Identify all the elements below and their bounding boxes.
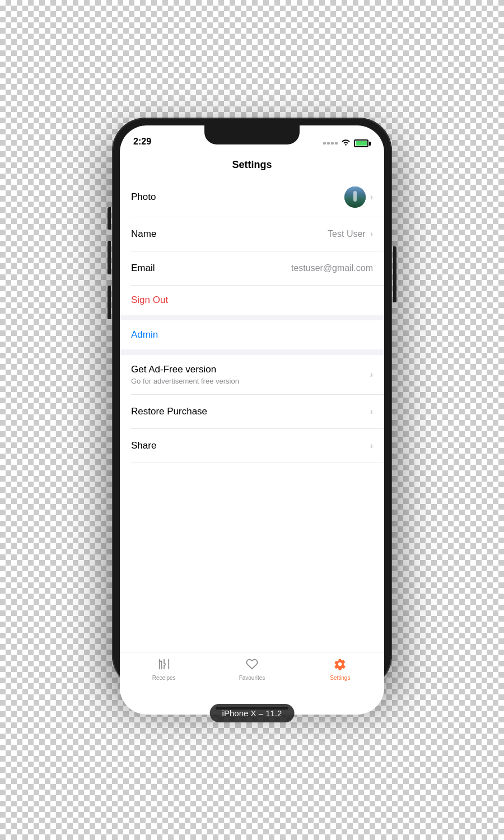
photo-chevron: › <box>370 192 373 202</box>
tab-favourites[interactable]: Favourites <box>208 658 296 681</box>
ad-free-chevron: › <box>370 370 373 380</box>
sign-out-label: Sign Out <box>131 295 168 305</box>
share-item[interactable]: Share › <box>120 429 384 463</box>
email-item[interactable]: Email testuser@gmail.com <box>120 251 384 285</box>
tab-favourites-label: Favourites <box>239 675 265 681</box>
page-title: Settings <box>232 159 272 170</box>
restore-chevron: › <box>370 407 373 417</box>
share-chevron: › <box>370 441 373 451</box>
tab-bar: Receipes Favourites Settings <box>120 652 384 701</box>
photo-item[interactable]: Photo › <box>120 178 384 217</box>
tab-receipes-icon <box>158 658 170 673</box>
sign-out-section: Sign Out <box>120 286 384 315</box>
name-value: Test User <box>328 229 366 239</box>
notch <box>204 125 300 144</box>
photo-section: Photo › <box>120 178 384 217</box>
status-time: 2:29 <box>133 137 151 148</box>
status-icons <box>323 139 371 148</box>
tab-settings-icon <box>334 658 346 673</box>
phone-screen: 2:29 <box>120 125 384 715</box>
restore-item[interactable]: Restore Purchase › <box>120 395 384 428</box>
section-divider-2 <box>120 349 384 355</box>
name-label: Name <box>131 228 156 240</box>
bottom-padding <box>120 463 384 474</box>
tab-receipes[interactable]: Receipes <box>120 658 208 681</box>
photo-label: Photo <box>131 192 156 203</box>
restore-label: Restore Purchase <box>131 406 207 417</box>
admin-label: Admin <box>131 329 158 340</box>
admin-item[interactable]: Admin <box>120 320 384 349</box>
share-label: Share <box>131 440 156 451</box>
ad-free-label: Get Ad-Free version <box>131 364 239 375</box>
tab-favourites-icon <box>246 658 258 673</box>
signal-icon <box>323 142 338 144</box>
tab-receipes-label: Receipes <box>152 675 176 681</box>
ad-free-item[interactable]: Get Ad-Free version Go for advertisement… <box>120 355 384 394</box>
email-label: Email <box>131 263 155 274</box>
photo-right: › <box>344 186 373 208</box>
ad-free-section: Get Ad-Free version Go for advertisement… <box>120 355 384 395</box>
device-label: iPhone X – 11.2 <box>210 704 295 722</box>
section-divider-1 <box>120 315 384 320</box>
name-item[interactable]: Name Test User › <box>120 217 384 251</box>
name-section: Name Test User › <box>120 217 384 251</box>
nav-bar: Settings <box>120 152 384 178</box>
tab-settings[interactable]: Settings <box>296 658 384 681</box>
ad-free-left: Get Ad-Free version Go for advertisement… <box>131 364 239 385</box>
ad-free-sublabel: Go for advertisement free version <box>131 377 239 385</box>
email-section: Email testuser@gmail.com <box>120 251 384 286</box>
wifi-icon <box>341 139 351 148</box>
settings-content: Photo › Name Test User › <box>120 178 384 652</box>
admin-section: Admin <box>120 320 384 349</box>
email-value: testuser@gmail.com <box>291 263 373 273</box>
tab-settings-label: Settings <box>330 675 350 681</box>
battery-icon <box>354 139 371 147</box>
email-right: testuser@gmail.com <box>291 263 373 273</box>
name-right: Test User › <box>328 229 373 239</box>
sign-out-item[interactable]: Sign Out <box>120 286 384 315</box>
name-chevron: › <box>370 229 373 239</box>
restore-section: Restore Purchase › <box>120 395 384 429</box>
share-section: Share › <box>120 429 384 463</box>
avatar <box>344 186 366 208</box>
